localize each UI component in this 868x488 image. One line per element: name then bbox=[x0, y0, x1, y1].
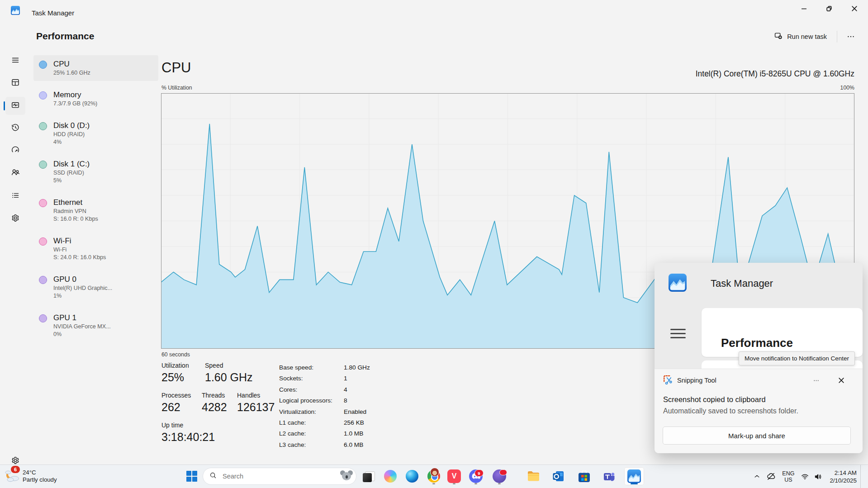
axis-label-60-seconds: 60 seconds bbox=[161, 351, 190, 358]
gpu-status-dot bbox=[39, 314, 47, 322]
taskbar-app-google-chrome[interactable] bbox=[425, 467, 443, 485]
running-indicator bbox=[432, 483, 435, 484]
performance-icon bbox=[11, 100, 20, 111]
startup-apps-icon bbox=[11, 145, 20, 156]
sidebar-item-cpu[interactable]: CPU 25% 1.60 GHz bbox=[33, 55, 158, 81]
start-button[interactable] bbox=[183, 467, 201, 485]
search-input[interactable] bbox=[222, 472, 340, 480]
clock[interactable]: 2:14 AM 2/10/2025 bbox=[825, 469, 857, 484]
taskbar-app-pinned-app[interactable] bbox=[490, 467, 508, 485]
spec-virtualization-: Virtualization:Enabled bbox=[279, 407, 370, 417]
sidebar-item-detail2: 0% bbox=[53, 331, 155, 338]
file-explorer-icon bbox=[527, 470, 541, 482]
taskbar-app-valorant[interactable]: V bbox=[445, 467, 463, 485]
spec-sockets-: Sockets:1 bbox=[279, 373, 370, 384]
toast-close-button[interactable] bbox=[835, 374, 848, 386]
sidebar-item-disk-0-d-[interactable]: Disk 0 (D:) HDD (RAID)4% bbox=[33, 117, 158, 150]
discord-badge: 9 bbox=[474, 469, 484, 477]
caption-buttons bbox=[791, 0, 867, 17]
taskbar-app-outlook[interactable] bbox=[550, 467, 568, 485]
sidebar-item-detail: HDD (RAID) bbox=[53, 131, 155, 138]
close-button[interactable] bbox=[842, 0, 867, 17]
sidebar-item-wi-fi[interactable]: Wi-Fi Wi-FiS: 24.0 R: 16.0 Kbps bbox=[33, 232, 158, 265]
spec-l2-cache-: L2 cache:1.0 MB bbox=[279, 428, 370, 439]
thumb-performance-card: Performance bbox=[702, 308, 863, 357]
navigation-menu-icon bbox=[11, 56, 20, 66]
markup-share-button[interactable]: Mark-up and share bbox=[663, 426, 851, 445]
language-indicator[interactable]: ENG US bbox=[778, 470, 798, 483]
snipping-tool-icon bbox=[663, 374, 674, 387]
language-line2: US bbox=[782, 477, 794, 483]
sidebar-item-memory[interactable]: Memory 7.3/7.9 GB (92%) bbox=[33, 86, 158, 112]
hidden-icons-button[interactable] bbox=[750, 468, 763, 486]
wifi-icon[interactable] bbox=[798, 468, 811, 486]
memory-status-dot bbox=[39, 91, 47, 99]
volume-icon[interactable] bbox=[811, 468, 825, 486]
stat-utilization: Utilization 25% bbox=[161, 362, 205, 384]
rail-item-app-history[interactable] bbox=[5, 119, 25, 137]
restore-button[interactable] bbox=[816, 0, 842, 17]
spec-l3-cache-: L3 cache:6.0 MB bbox=[279, 440, 370, 450]
toast-more-button[interactable] bbox=[809, 374, 823, 386]
taskbar-app-file-explorer[interactable] bbox=[525, 467, 543, 485]
sidebar-item-gpu-0[interactable]: GPU 0 Intel(R) UHD Graphic...1% bbox=[33, 270, 158, 304]
taskbar-app-copilot[interactable] bbox=[381, 467, 399, 485]
weather-temp: 24°C bbox=[23, 469, 57, 476]
rail-item-navigation-menu[interactable] bbox=[5, 52, 25, 70]
active-indicator bbox=[631, 483, 638, 484]
weather-widget[interactable]: 6 24°C Partly cloudy bbox=[4, 467, 85, 485]
spec-value: Enabled bbox=[344, 408, 366, 415]
taskbar-app-discord[interactable]: 9 bbox=[467, 467, 485, 485]
google-chrome-icon bbox=[427, 469, 441, 483]
minimize-button[interactable] bbox=[791, 0, 816, 17]
spec-base-speed-: Base speed:1.80 GHz bbox=[279, 362, 370, 373]
discord-icon: 9 bbox=[469, 469, 483, 483]
sidebar-item-detail2: 4% bbox=[53, 138, 155, 146]
search-koala-emoji bbox=[340, 469, 353, 483]
rail-item-startup-apps[interactable] bbox=[5, 142, 25, 160]
disk-status-dot bbox=[39, 122, 47, 130]
rail-item-performance[interactable] bbox=[5, 97, 25, 115]
rail-item-services[interactable] bbox=[5, 210, 25, 228]
search-icon bbox=[209, 472, 217, 481]
spec-cores-: Cores:4 bbox=[279, 384, 370, 395]
sidebar-item-detail2: S: 24.0 R: 16.0 Kbps bbox=[53, 254, 155, 261]
gpu-status-dot bbox=[39, 276, 47, 284]
sidebar-item-disk-1-c-[interactable]: Disk 1 (C:) SSD (RAID)5% bbox=[33, 155, 158, 189]
running-indicator bbox=[453, 483, 455, 484]
sidebar-item-ethernet[interactable]: Ethernet Radmin VPNS: 16.0 R: 0 Kbps bbox=[33, 194, 158, 227]
taskbar: 6 24°C Partly cloudy V9 ENG US bbox=[0, 464, 868, 488]
taskbar-app-microsoft-edge[interactable] bbox=[403, 467, 421, 485]
taskbar-app-task-manager[interactable] bbox=[624, 467, 644, 485]
cpu-processor-name: Intel(R) Core(TM) i5-8265U CPU @ 1.60GHz bbox=[161, 69, 854, 79]
spec-label: Base speed: bbox=[279, 362, 344, 373]
titlebar: Task Manager bbox=[0, 0, 868, 22]
disk-status-dot bbox=[39, 161, 47, 169]
processes-icon bbox=[11, 78, 20, 89]
run-new-task-button[interactable]: Run new task bbox=[768, 28, 832, 45]
taskbar-app-microsoft-store[interactable] bbox=[575, 467, 593, 485]
pinned-app-badge bbox=[499, 469, 507, 475]
thumb-page-title: Performance bbox=[721, 336, 793, 350]
sidebar-item-detail2: S: 16.0 R: 0 Kbps bbox=[53, 215, 155, 223]
task-view-icon bbox=[360, 467, 378, 485]
more-options-button[interactable] bbox=[842, 29, 860, 44]
header-actions: Run new task bbox=[768, 28, 860, 45]
outlook-icon bbox=[552, 470, 565, 483]
performance-sidebar: CPU 25% 1.60 GHz Memory 7.3/7.9 GB (92%)… bbox=[33, 49, 158, 465]
rail-item-details[interactable] bbox=[5, 187, 25, 205]
onedrive-paused-icon[interactable] bbox=[763, 468, 778, 486]
rail-item-users[interactable] bbox=[5, 164, 25, 182]
sidebar-item-gpu-1[interactable]: GPU 1 NVIDIA GeForce MX...0% bbox=[33, 309, 158, 342]
show-desktop-button[interactable] bbox=[860, 465, 863, 488]
stat-value: 262 bbox=[161, 401, 202, 414]
stat-threads: Threads 4282 bbox=[202, 392, 237, 414]
rail-item-processes[interactable] bbox=[5, 74, 25, 92]
sidebar-item-detail: NVIDIA GeForce MX... bbox=[53, 323, 155, 331]
search-box[interactable] bbox=[203, 468, 356, 485]
thumb-window-title: Task Manager bbox=[711, 278, 773, 289]
details-icon bbox=[11, 191, 20, 202]
taskbar-app-task-view[interactable] bbox=[360, 467, 378, 485]
taskbar-app-microsoft-teams[interactable] bbox=[600, 467, 618, 485]
stat-processes: Processes 262 bbox=[161, 392, 202, 414]
